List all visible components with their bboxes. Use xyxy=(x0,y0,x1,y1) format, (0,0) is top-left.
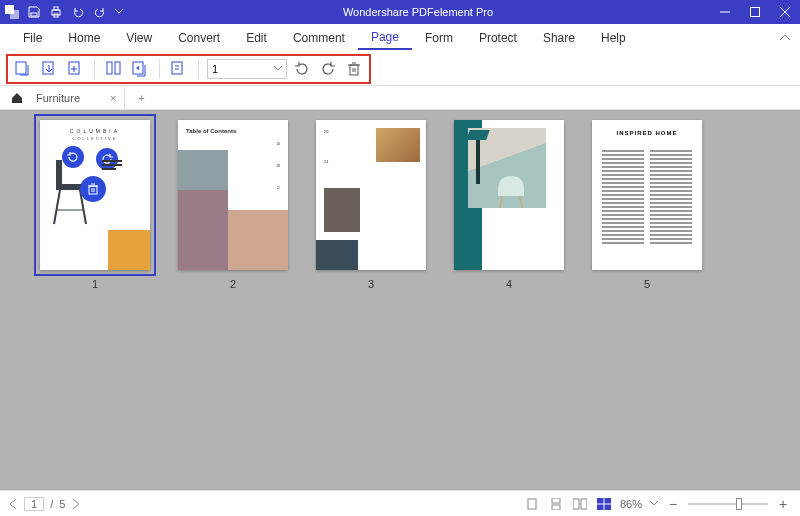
color-block xyxy=(316,240,358,270)
document-tabbar: Furniture × + xyxy=(0,86,800,110)
thumb-col-4: 4 xyxy=(454,120,564,290)
page-thumbnail-2[interactable]: Table of Contents 04 08 12 xyxy=(178,120,288,270)
image-block xyxy=(228,210,288,270)
menu-help[interactable]: Help xyxy=(588,27,639,49)
rotate-ccw-icon[interactable] xyxy=(291,58,313,80)
svg-rect-37 xyxy=(597,505,603,510)
image-block xyxy=(376,128,420,162)
zoom-slider-thumb[interactable] xyxy=(736,498,742,510)
svg-rect-12 xyxy=(115,62,120,74)
menu-home[interactable]: Home xyxy=(55,27,113,49)
maximize-button[interactable] xyxy=(740,0,770,24)
page-boxes-icon[interactable] xyxy=(12,58,34,80)
thumb-label: 5 xyxy=(644,278,650,290)
svg-rect-21 xyxy=(56,160,62,184)
zoom-slider[interactable] xyxy=(688,503,768,505)
page-thumbnail-5[interactable]: INSPIRED HOME xyxy=(592,120,702,270)
window-controls xyxy=(710,0,800,24)
text-column xyxy=(650,148,692,246)
replace-page-icon[interactable] xyxy=(129,58,151,80)
view-single-icon[interactable] xyxy=(524,497,540,511)
view-two-page-icon[interactable] xyxy=(572,497,588,511)
delete-page-icon[interactable] xyxy=(343,58,365,80)
svg-rect-31 xyxy=(552,498,560,503)
svg-rect-32 xyxy=(552,505,560,510)
thumb-label: 2 xyxy=(230,278,236,290)
page-number-value: 1 xyxy=(212,63,218,75)
page-toolbar: 1 xyxy=(0,52,800,86)
menu-edit[interactable]: Edit xyxy=(233,27,280,49)
menu-share[interactable]: Share xyxy=(530,27,588,49)
svg-rect-9 xyxy=(43,62,53,74)
page-labels-icon[interactable] xyxy=(168,58,190,80)
svg-rect-38 xyxy=(605,505,611,510)
image-block xyxy=(178,150,228,190)
zoom-percent[interactable]: 86% xyxy=(620,498,642,510)
menu-comment[interactable]: Comment xyxy=(280,27,358,49)
toc-num: 04 xyxy=(277,142,280,146)
tab-label: Furniture xyxy=(36,92,80,104)
menu-convert[interactable]: Convert xyxy=(165,27,233,49)
page-number-input[interactable]: 1 xyxy=(207,59,287,79)
page-thumbnail-3[interactable]: 20 24 28 xyxy=(316,120,426,270)
svg-rect-14 xyxy=(172,62,182,74)
zoom-in-button[interactable]: + xyxy=(776,496,790,512)
svg-line-28 xyxy=(500,196,502,208)
window-title: Wondershare PDFelement Pro xyxy=(126,6,710,18)
collapse-ribbon-icon[interactable] xyxy=(780,34,790,42)
menu-form[interactable]: Form xyxy=(412,27,466,49)
insert-page-icon[interactable] xyxy=(64,58,86,80)
minimize-button[interactable] xyxy=(710,0,740,24)
close-button[interactable] xyxy=(770,0,800,24)
separator xyxy=(94,59,95,79)
zoom-dropdown-icon[interactable] xyxy=(650,501,658,507)
chevron-down-icon xyxy=(274,66,282,72)
text-column xyxy=(602,148,644,246)
menu-view[interactable]: View xyxy=(113,27,165,49)
zoom-out-button[interactable]: − xyxy=(666,496,680,512)
toolbar-highlight: 1 xyxy=(6,54,371,84)
document-tab[interactable]: Furniture × xyxy=(26,87,125,109)
page-thumbnail-4[interactable] xyxy=(454,120,564,270)
svg-rect-11 xyxy=(107,62,112,74)
view-thumbnails-icon[interactable] xyxy=(596,497,612,511)
svg-rect-30 xyxy=(528,499,536,509)
toc-num: 24 xyxy=(324,160,328,164)
delete-overlay-icon[interactable] xyxy=(80,176,106,202)
view-continuous-icon[interactable] xyxy=(548,497,564,511)
rotate-ccw-overlay-icon[interactable] xyxy=(62,146,84,168)
app-logo-icon xyxy=(2,2,22,22)
svg-rect-8 xyxy=(16,62,26,74)
toc-num: 08 xyxy=(277,164,280,168)
extract-page-icon[interactable] xyxy=(38,58,60,80)
svg-rect-34 xyxy=(581,499,587,509)
tab-close-icon[interactable]: × xyxy=(110,92,116,104)
prev-page-icon[interactable] xyxy=(10,499,18,509)
qat-dropdown-icon[interactable] xyxy=(112,2,126,22)
new-tab-button[interactable]: + xyxy=(131,92,151,104)
undo-icon[interactable] xyxy=(68,2,88,22)
save-icon[interactable] xyxy=(24,2,44,22)
text-lines xyxy=(102,158,122,172)
split-page-icon[interactable] xyxy=(103,58,125,80)
page-current-input[interactable]: 1 xyxy=(24,497,44,511)
separator xyxy=(159,59,160,79)
print-icon[interactable] xyxy=(46,2,66,22)
next-page-icon[interactable] xyxy=(71,499,79,509)
home-icon[interactable] xyxy=(8,92,26,104)
svg-rect-33 xyxy=(573,499,579,509)
separator xyxy=(198,59,199,79)
page-thumbnail-1[interactable]: COLUMBIA COLLECTIVE xyxy=(40,120,150,270)
thumb-col-3: 20 24 28 3 xyxy=(316,120,426,290)
lamp-shade xyxy=(466,130,490,140)
quick-access xyxy=(0,2,126,22)
menu-protect[interactable]: Protect xyxy=(466,27,530,49)
menu-page[interactable]: Page xyxy=(358,26,412,50)
titlebar: Wondershare PDFelement Pro xyxy=(0,0,800,24)
rotate-cw-icon[interactable] xyxy=(317,58,339,80)
chair-graphic xyxy=(494,170,534,210)
menu-file[interactable]: File xyxy=(10,27,55,49)
svg-rect-7 xyxy=(751,8,760,17)
thumb-text: COLUMBIA xyxy=(40,128,150,134)
redo-icon[interactable] xyxy=(90,2,110,22)
